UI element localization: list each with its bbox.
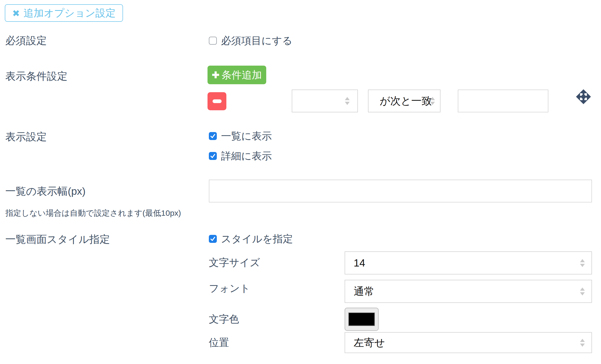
list-width-note: 指定しない場合は自動で設定されます(最低10px) [5,208,181,218]
add-condition-button[interactable]: ✚ 条件追加 [208,66,266,84]
checkmark-icon [210,153,216,159]
font-size-select[interactable]: 14 [345,251,592,274]
x-mark-icon: ✖ [12,9,20,18]
list-display-label: 一覧に表示 [221,129,272,143]
text-color-swatch[interactable] [345,308,379,331]
list-width-input[interactable] [209,180,592,202]
text-color-value [348,312,375,326]
condition-operator-select[interactable]: が次と一致 [368,90,441,112]
select-arrows-icon [345,97,349,105]
detail-display-label: 詳細に表示 [221,149,272,163]
checkmark-icon [210,236,216,242]
move-handle-icon[interactable] [574,87,593,106]
required-checkbox-label: 必須項目にする [221,34,293,48]
list-width-label: 一覧の表示幅(px) [5,185,86,198]
checkmark-icon [210,133,216,139]
select-arrows-icon [430,97,435,105]
plus-icon: ✚ [212,70,219,79]
detail-display-checkbox[interactable] [209,152,217,160]
font-label: フォント [209,282,250,295]
style-checkbox-label: スタイルを指定 [221,232,293,246]
font-select[interactable]: 通常 [345,280,592,303]
toggle-button-label: 追加オプション設定 [24,6,116,20]
font-size-label: 文字サイズ [209,256,260,269]
minus-icon [213,99,222,103]
required-setting-label: 必須設定 [5,34,47,47]
remove-condition-button[interactable] [208,92,226,110]
display-setting-label: 表示設定 [5,130,47,143]
additional-options-panel: ✖ 追加オプション設定 必須設定 必須項目にする 表示条件設定 ✚ 条件追加 が… [0,0,601,364]
position-label: 位置 [209,336,229,349]
list-display-checkbox[interactable] [209,132,217,140]
select-arrows-icon [580,259,585,267]
add-condition-label: 条件追加 [222,68,262,82]
condition-field-select[interactable] [292,90,358,112]
required-checkbox[interactable] [209,37,217,45]
condition-setting-label: 表示条件設定 [5,70,67,83]
select-arrows-icon [580,339,585,347]
style-checkbox[interactable] [209,235,217,243]
select-arrows-icon [580,287,585,295]
condition-value-input[interactable] [458,90,548,112]
additional-options-toggle-button[interactable]: ✖ 追加オプション設定 [5,4,123,22]
position-select[interactable]: 左寄せ [345,332,592,353]
list-style-label: 一覧画面スタイル指定 [5,233,110,246]
text-color-label: 文字色 [209,312,239,326]
